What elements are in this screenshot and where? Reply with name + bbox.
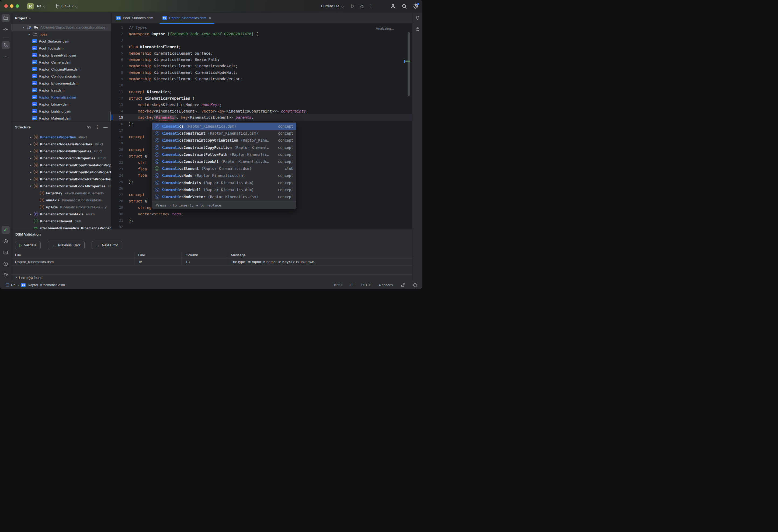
table-row[interactable]: Raptor_Kinematics.dsm1513The type T=Rapt… (11, 258, 412, 265)
project-tree-item[interactable]: DSRaptor_Lighting.dsm (11, 108, 111, 115)
run-configuration-selector[interactable]: Current File (321, 4, 344, 8)
chevron-icon[interactable]: ▸ (26, 32, 32, 36)
structure-item[interactable]: ▸EKinematicsConstraintAxisenum (11, 210, 111, 217)
project-tool-button[interactable] (2, 14, 10, 22)
notifications-tool-button[interactable] (413, 14, 421, 22)
code-line[interactable]: 10 (111, 82, 412, 89)
project-tree-item[interactable]: DSRaptor_ClippingPlane.dsm (11, 66, 111, 73)
structure-item[interactable]: ftargetKeykey<KinematicsElement> (11, 189, 111, 196)
code-line[interactable]: 7membership KinematicsElement Kinematics… (111, 63, 412, 69)
search-everywhere-button[interactable] (400, 2, 409, 10)
code-line[interactable]: 31}; (111, 217, 412, 224)
structure-item[interactable]: ▾SKinematicsConstraintLookAtPropertiesst… (11, 183, 111, 189)
project-tree-item[interactable]: DSRaptor_Kinematics.dsm (11, 94, 111, 101)
project-tree-item[interactable]: DSPool_Surfaces.dsm (11, 38, 111, 45)
hide-panel-icon[interactable]: — (103, 125, 107, 129)
chevron-icon[interactable]: ▾ (20, 25, 26, 29)
project-tree-item[interactable]: ▸.idea (11, 31, 111, 38)
code-line[interactable]: 30 vector<string> tags; (111, 211, 412, 217)
maximize-window-button[interactable] (16, 4, 19, 8)
services-tool-button[interactable] (2, 237, 10, 245)
unlocked-icon[interactable] (400, 283, 405, 287)
scrollbar-caret-marker[interactable] (404, 60, 405, 63)
project-tree-item[interactable]: DSRaptor_BezierPath.dsm (11, 52, 111, 59)
caret-position[interactable]: 15:21 (333, 283, 342, 287)
project-scrollbar[interactable] (110, 111, 111, 121)
line-ending[interactable]: LF (350, 283, 354, 287)
structure-item[interactable]: ▸SKinematicsNodeVectorPropertiesstruct (11, 155, 111, 162)
completion-item[interactable]: CKinematicsConstraintFollowPath(Raptor_K… (152, 151, 296, 158)
completion-item[interactable]: CKinematicsConstraintCopyOrientation(Rap… (152, 137, 296, 144)
problems-tool-button[interactable] (2, 260, 10, 268)
editor-tab[interactable]: DSPool_Surfaces.dsm (111, 12, 158, 23)
chevron-icon[interactable]: ▾ (28, 184, 34, 188)
run-button[interactable] (348, 2, 357, 10)
code-line[interactable]: 12struct KinematicsProperties { (111, 95, 412, 101)
structure-item[interactable]: IKinematicsElementclub (11, 217, 111, 225)
code-line[interactable]: 9membership KinematicsElement Kinematics… (111, 76, 412, 82)
breadcrumb-item[interactable]: Raptor_Kinematics.dsm (28, 283, 65, 287)
completion-item[interactable]: CKinematicsConstraintCopyPosition(Raptor… (152, 144, 296, 151)
chevron-icon[interactable]: ▸ (28, 212, 34, 216)
code-line[interactable]: 15 map<key<Kinemati>, key<KinematicsElem… (111, 114, 412, 120)
code-line[interactable]: 14 map<key<KinematicsElement>, vector<ke… (111, 108, 412, 114)
completion-item[interactable]: CKinematics(Raptor_Kinematics.dsm)concep… (152, 123, 296, 130)
close-window-button[interactable] (4, 4, 8, 8)
completion-item[interactable]: CKinematicsNodeAxis(Raptor_Kinematics.ds… (152, 179, 296, 186)
indent-style[interactable]: 4 spaces (379, 283, 393, 287)
ai-assistant-tool-button[interactable] (413, 25, 421, 33)
chevron-icon[interactable]: ▸ (28, 157, 34, 160)
completion-item[interactable]: CKinematicsConstraintLookAt(Raptor_Kinem… (152, 158, 296, 165)
code-line[interactable]: 2namespace Raptor {f2d9ea90-2adc-4e9a-a2… (111, 31, 412, 37)
structure-item[interactable]: ▸SKinematicsNodeNullPropertiesstruct (11, 148, 111, 155)
close-tab-icon[interactable]: × (209, 16, 212, 20)
settings-button[interactable] (411, 2, 420, 10)
version-control-tool-button[interactable] (2, 271, 10, 279)
code-line[interactable]: 11concept Kinematics; (111, 89, 412, 95)
validate-button[interactable]: ▷Validate (15, 241, 41, 249)
next-error-button[interactable]: →Next Error (92, 241, 122, 249)
completion-item[interactable]: CKinematicsNodeVector(Raptor_Kinematics.… (152, 193, 296, 200)
code-line[interactable]: 6membership KinematicsElement BezierPath… (111, 56, 412, 63)
project-switcher[interactable]: Re (37, 4, 46, 8)
terminal-tool-button[interactable] (2, 249, 10, 257)
inspections-icon[interactable] (413, 283, 417, 287)
editor-scrollbar[interactable] (408, 32, 410, 96)
code-line[interactable]: 13 vector<key<KinematicsNode>> nodeKeys; (111, 101, 412, 108)
project-tree-item[interactable]: DSRaptor_Environment.dsm (11, 80, 111, 87)
code-line[interactable]: 3 (111, 37, 412, 43)
chevron-icon[interactable]: ▸ (28, 136, 34, 139)
structure-more-icon[interactable]: ⋯ (95, 125, 100, 129)
previous-error-button[interactable]: ←Previous Error (48, 241, 85, 249)
completion-item[interactable]: CKinematicsNode(Raptor_Kinematics.dsm)co… (152, 172, 296, 179)
branch-switcher[interactable]: LTS-1.2 (55, 4, 78, 9)
code-line[interactable]: 1// Types (111, 24, 412, 31)
more-tools-button[interactable]: ⋯ (2, 53, 10, 61)
structure-item[interactable]: @attachment<Kinematics, KinematicsProper… (11, 225, 111, 229)
structure-item[interactable]: ▸SKinematicsConstraintCopyOrientationPro… (11, 162, 111, 169)
chevron-icon[interactable]: ▸ (28, 170, 34, 174)
breadcrumb-item[interactable]: Re (11, 283, 16, 287)
code-line[interactable]: 32 (111, 224, 412, 229)
project-tree-item[interactable]: DSRaptor_Configuration.dsm (11, 73, 111, 80)
commit-tool-button[interactable] (2, 25, 10, 33)
chevron-icon[interactable]: ▸ (28, 177, 34, 181)
file-encoding[interactable]: UTF-8 (361, 283, 371, 287)
chevron-icon[interactable]: ▸ (28, 143, 34, 146)
project-tree-item[interactable]: DSPool_Tools.dsm (11, 45, 111, 52)
structure-item[interactable]: faimAxisKinematicsConstraintAxis (11, 196, 111, 203)
code-with-me-button[interactable] (388, 2, 398, 10)
project-tree-item[interactable]: DSRaptor_Camera.dsm (11, 59, 111, 66)
completion-item[interactable]: CKinematicsConstraint(Raptor_Kinematics.… (152, 130, 296, 137)
structure-tool-button[interactable] (2, 41, 10, 49)
code-line[interactable]: 5membership KinematicsElement Surface; (111, 50, 412, 57)
project-tree-item[interactable]: DSRaptor_Material.dsm (11, 115, 111, 121)
code-line[interactable]: 8membership KinematicsElement Kinematics… (111, 69, 412, 76)
scrollbar-analysis-marker[interactable] (405, 61, 410, 62)
more-actions-button[interactable]: ⋮ (366, 2, 376, 10)
structure-item[interactable]: fupAxisKinematicsConstraintAxis = .y (11, 203, 111, 210)
completion-item[interactable]: CKinematicsNodeNull(Raptor_Kinematics.ds… (152, 186, 296, 193)
chevron-icon[interactable]: ▸ (28, 150, 34, 153)
code-area[interactable]: 1// Types2namespace Raptor {f2d9ea90-2ad… (111, 24, 412, 229)
minimize-window-button[interactable] (10, 4, 13, 8)
